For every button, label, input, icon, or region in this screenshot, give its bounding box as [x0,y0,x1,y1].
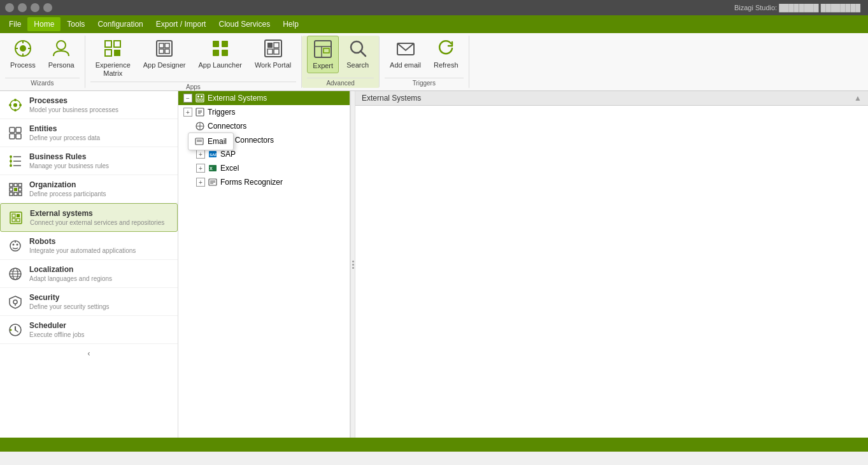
sidebar-item-business-rules[interactable]: Business Rules Manage your business rule… [0,147,178,175]
tree-item-triggers[interactable]: + Triggers [178,105,350,119]
sidebar-item-external-systems[interactable]: External systems Connect your external s… [0,203,178,232]
ribbon-group-wizards: Process Persona Wizards [0,36,85,88]
tree-item-connectors[interactable]: Connectors [178,119,350,133]
svg-rect-62 [17,218,20,222]
ribbon-btn-persona[interactable]: Persona [43,36,80,72]
ribbon-btn-process[interactable]: Process [5,36,41,72]
triggers-label: Triggers [385,78,463,88]
tree-label-connectors: Connectors [208,122,246,131]
sidebar-collapse-btn[interactable]: ‹ [0,344,178,363]
tree-icon-excel: X [208,163,218,173]
tree-icon-external-systems [195,93,205,103]
svg-rect-9 [105,50,111,56]
sidebar-item-scheduler[interactable]: Scheduler Execute offline jobs [0,316,178,344]
svg-point-33 [13,103,17,107]
sidebar-item-localization[interactable]: Localization Adapt languages and regions [0,260,178,288]
ribbon-btn-expert[interactable]: Expert [307,36,339,73]
svg-rect-10 [114,50,120,56]
svg-rect-28 [324,48,329,53]
process-icon [13,38,33,59]
svg-rect-39 [16,127,21,132]
tree-expander-excel[interactable]: + [196,164,205,173]
process-label: Process [10,61,36,69]
svg-rect-17 [222,41,228,47]
svg-rect-25 [315,41,331,57]
menu-home[interactable]: Home [27,17,60,31]
menu-configuration[interactable]: Configuration [91,17,149,31]
menu-help[interactable]: Help [276,17,305,31]
tree-label-sap: SAP [220,150,236,159]
robots-desc: Integrate your automated applications [29,247,136,254]
svg-rect-7 [105,41,111,47]
add-email-icon [395,38,416,59]
tree-item-forms-recognizer[interactable]: + Forms Recognizer [178,175,350,189]
svg-point-36 [9,104,11,106]
ribbon-group-apps: ExperienceMatrix App Designer [85,36,302,88]
content-body [355,106,868,438]
svg-point-35 [14,109,17,111]
svg-point-65 [17,244,18,246]
tree-icon-forms-recognizer [208,177,218,187]
experience-matrix-label: ExperienceMatrix [96,61,131,78]
app-launcher-icon [210,38,231,59]
sidebar-item-processes[interactable]: Processes Model your business processes [0,91,178,119]
external-systems-title: External systems [30,209,164,218]
tree-label-triggers: Triggers [208,108,236,117]
scheduler-title: Scheduler [29,321,85,330]
robots-title: Robots [29,237,136,246]
tree-item-external-systems[interactable]: − External Systems [178,91,350,105]
svg-text:SAP: SAP [210,153,217,157]
ribbon-btn-app-launcher[interactable]: App Launcher [193,36,247,72]
expert-label: Expert [313,62,333,70]
menu-file[interactable]: File [3,17,27,31]
tree-expander-triggers[interactable]: + [183,108,192,117]
menu-tools[interactable]: Tools [60,17,91,31]
refresh-icon [436,38,456,59]
svg-rect-21 [267,43,273,48]
search-icon [348,38,368,59]
tree-item-excel[interactable]: + X Excel [178,161,350,175]
svg-rect-40 [10,134,15,139]
tree-expander-sap[interactable]: + [196,150,205,159]
business-rules-desc: Manage your business rules [29,162,109,169]
ribbon-btn-search[interactable]: Search [341,36,374,72]
organization-icon [8,182,23,197]
advanced-label: Advanced [307,78,374,88]
menu-export-import[interactable]: Export / Import [150,17,213,31]
svg-rect-52 [10,188,13,191]
sidebar-item-organization[interactable]: Organization Define process participants [0,175,178,203]
svg-rect-81 [197,99,199,101]
email-tooltip: Email [188,132,234,150]
entities-icon [8,125,23,141]
svg-rect-23 [267,49,273,54]
svg-text:X: X [210,166,213,171]
security-desc: Define your security settings [29,303,110,310]
app-designer-icon [154,38,174,59]
panel-divider[interactable] [350,91,355,438]
svg-rect-53 [14,188,17,191]
organization-title: Organization [29,180,106,189]
security-icon [8,294,23,310]
tree-icon-connectors [195,121,205,131]
content-panel: External Systems ▲ [355,91,868,438]
ribbon-btn-app-designer[interactable]: App Designer [138,36,191,72]
project-name: ████████ ████████ [779,4,860,11]
ribbon-btn-add-email[interactable]: Add email [385,36,426,72]
svg-rect-38 [10,127,15,132]
sidebar-item-robots[interactable]: Robots Integrate your automated applicat… [0,232,178,260]
menu-bar: File Home Tools Configuration Export / I… [0,15,868,33]
menu-cloud-services[interactable]: Cloud Services [212,17,276,31]
tree-expander-forms-recognizer[interactable]: + [196,178,205,187]
email-tooltip-icon [195,137,204,146]
ribbon-btn-refresh[interactable]: Refresh [429,36,464,72]
work-portal-icon [263,38,283,59]
svg-rect-55 [10,192,13,196]
tree-expander-external-systems[interactable]: − [183,94,192,103]
title-bar-left [0,3,52,12]
svg-rect-12 [159,43,164,48]
sidebar-item-entities[interactable]: Entities Define your process data [0,119,178,147]
status-bar [0,438,868,452]
sidebar-item-security[interactable]: Security Define your security settings [0,288,178,316]
ribbon-btn-experience-matrix[interactable]: ExperienceMatrix [90,36,136,80]
ribbon-btn-work-portal[interactable]: Work Portal [250,36,296,72]
